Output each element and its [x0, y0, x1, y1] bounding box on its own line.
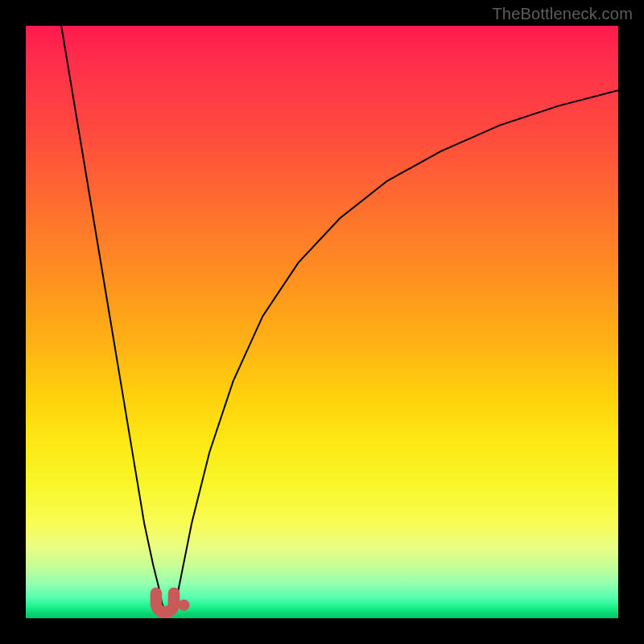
right-curve	[174, 90, 618, 611]
chart-frame: TheBottleneck.com	[0, 0, 644, 644]
u-marker	[156, 593, 174, 613]
curves-layer	[26, 26, 618, 618]
left-curve	[61, 26, 165, 611]
watermark-text: TheBottleneck.com	[492, 5, 633, 23]
plot-area	[26, 26, 618, 618]
dot-marker	[179, 600, 190, 611]
